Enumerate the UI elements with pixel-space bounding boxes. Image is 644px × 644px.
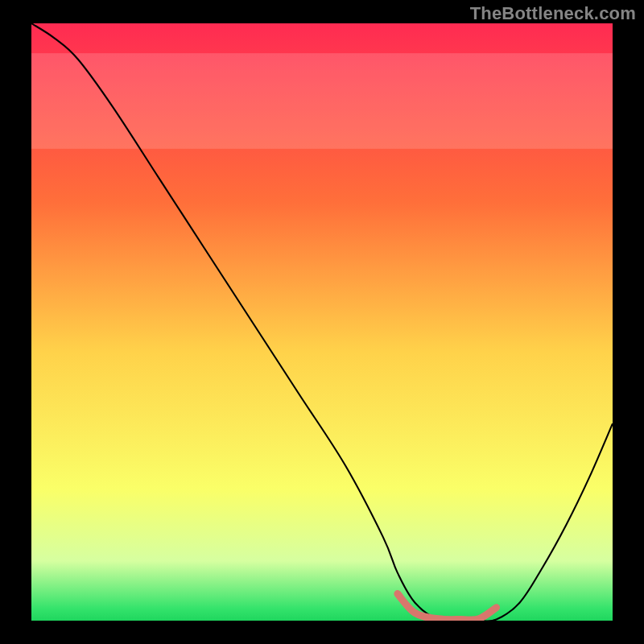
- watermark-text: TheBottleneck.com: [470, 3, 636, 24]
- chart-container: TheBottleneck.com: [0, 0, 644, 644]
- chart-svg: [31, 23, 613, 621]
- plot-area: [31, 23, 613, 621]
- pale-band: [31, 53, 613, 149]
